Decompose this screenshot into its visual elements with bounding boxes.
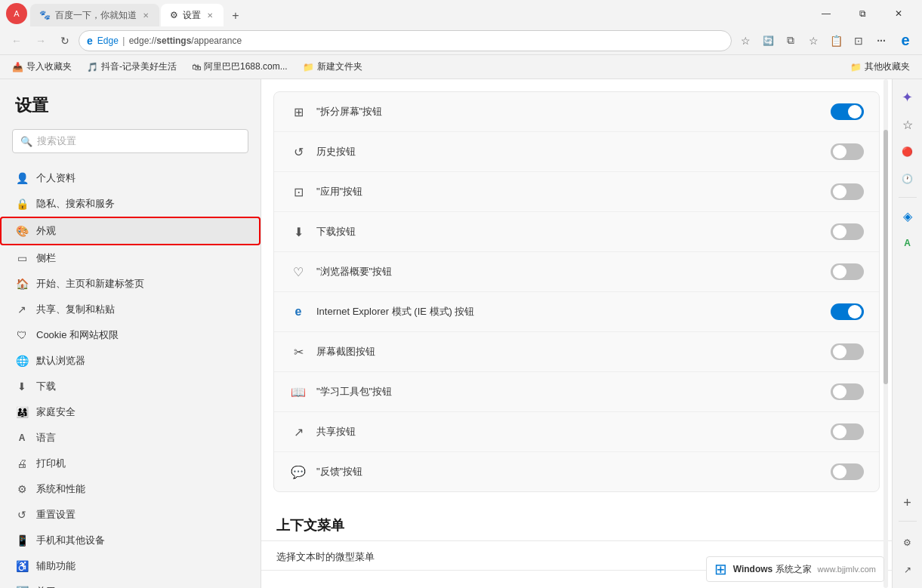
baidu-favicon: 🐾 <box>39 10 51 20</box>
tab-baidu-close[interactable]: ✕ <box>141 10 150 21</box>
back-button[interactable]: ← <box>6 30 27 51</box>
address-brand: Edge <box>97 35 119 46</box>
bookmark-alibaba[interactable]: 🛍 阿里巴巴1688.com... <box>186 59 294 75</box>
translate-sidebar-icon[interactable]: A <box>896 231 920 255</box>
sidebar-external-icon[interactable]: ↗ <box>896 558 920 582</box>
setting-learning: 📖 "学习工具包"按钮 <box>274 372 879 412</box>
download-toggle[interactable] <box>831 223 864 240</box>
scrollbar-track[interactable] <box>883 79 889 588</box>
bookmark-newfolder[interactable]: 📁 新建文件夹 <box>297 59 368 75</box>
minimize-button[interactable]: — <box>809 0 843 26</box>
nav-reset[interactable]: ↺ 重置设置 <box>0 502 261 528</box>
start-nav-icon: 🏠 <box>15 277 29 291</box>
windows-watermark: ⊞ Windows 系统之家 www.bjjmlv.com <box>706 556 884 582</box>
right-sidebar: ✦ ☆ 🔴 🕐 ◈ A + ⚙ ↗ <box>892 79 922 588</box>
learning-toggle[interactable] <box>831 383 864 400</box>
close-button[interactable]: ✕ <box>881 0 916 26</box>
profile-sync-icon[interactable]: 🔄 <box>757 30 779 51</box>
bookmark-newfolder-label: 新建文件夹 <box>317 60 362 73</box>
nav-privacy[interactable]: 🔒 隐私、搜索和服务 <box>0 191 261 217</box>
window-controls: — ⧉ ✕ <box>809 0 916 26</box>
ie-mode-icon: e <box>289 303 307 321</box>
setting-collections: ♡ "浏览器概要"按钮 <box>274 252 879 292</box>
history-sidebar-icon[interactable]: 🕐 <box>896 167 920 191</box>
main-layout: 设置 🔍 搜索设置 👤 个人资料 🔒 隐私、搜索和服务 🎨 外观 ▭ 侧栏 🏠 … <box>0 79 922 588</box>
collections-sidebar-icon[interactable]: 🔴 <box>896 140 920 164</box>
bookmark-icon[interactable]: ☆ <box>803 30 824 51</box>
context-menu-title: 上下文菜单 <box>261 504 892 540</box>
nav-about[interactable]: 🔄 关于 Microsoft Edge <box>0 579 261 588</box>
favorites-star-icon[interactable]: ☆ <box>735 30 756 51</box>
ie-mode-toggle[interactable] <box>831 303 864 320</box>
nav-mobile[interactable]: 📱 手机和其他设备 <box>0 528 261 553</box>
feedback-label: "反馈"按钮 <box>316 465 822 479</box>
setting-feedback: 💬 "反馈"按钮 <box>274 452 879 491</box>
tab-settings-close[interactable]: ✕ <box>205 10 214 21</box>
address-bar[interactable]: e Edge | edge://settings/appearance <box>79 30 732 51</box>
settings-title: 设置 <box>0 94 261 129</box>
toolbar-buttons-section: ⊞ "拆分屏幕"按钮 ↺ 历史按钮 ⊡ "应用"按钮 <box>273 91 880 492</box>
reset-nav-icon: ↺ <box>15 508 29 522</box>
address-separator: | <box>122 35 127 46</box>
screenshot-icon: ✂ <box>289 343 307 361</box>
outlook-sidebar-icon[interactable]: ◈ <box>896 204 920 228</box>
sidebar-settings-icon[interactable]: ⚙ <box>896 531 920 555</box>
feedback-toggle[interactable] <box>831 463 864 480</box>
tab-actions-icon[interactable]: ⧉ <box>780 30 801 51</box>
apps-toggle[interactable] <box>831 183 864 200</box>
bookmark-douyin[interactable]: 🎵 抖音-记录美好生活 <box>81 59 183 75</box>
profile-button[interactable]: A <box>6 3 27 24</box>
nav-print[interactable]: 🖨 打印机 <box>0 451 261 476</box>
nav-start-label: 开始、主页和新建标签页 <box>36 277 144 291</box>
nav-sidebar[interactable]: ▭ 侧栏 <box>0 245 261 271</box>
learning-icon: 📖 <box>289 383 307 401</box>
settings-search[interactable]: 🔍 搜索设置 <box>12 129 248 153</box>
cookie-nav-icon: 🛡 <box>15 328 29 342</box>
split-screen-toggle[interactable] <box>831 103 864 120</box>
print-nav-icon: 🖨 <box>15 457 29 470</box>
collections-toggle[interactable] <box>831 263 864 280</box>
address-protocol: edge:// <box>129 35 157 46</box>
copilot-sidebar-icon[interactable]: ✦ <box>896 85 920 109</box>
nav-accessibility[interactable]: ♿ 辅助功能 <box>0 553 261 579</box>
nav-profile[interactable]: 👤 个人资料 <box>0 165 261 191</box>
nav-family[interactable]: 👨‍👩‍👧 家庭安全 <box>0 399 261 425</box>
history-toggle[interactable] <box>831 143 864 160</box>
share-nav-icon: ↗ <box>15 303 29 316</box>
nav-browser-label: 默认浏览器 <box>36 354 85 368</box>
nav-system[interactable]: ⚙ 系统和性能 <box>0 476 261 502</box>
add-sidebar-tool-button[interactable]: + <box>896 491 920 515</box>
share-label: 共享按钮 <box>316 425 822 439</box>
split-screen-icon: ⊞ <box>289 103 307 121</box>
tab-baidu[interactable]: 🐾 百度一下，你就知道 ✕ <box>30 4 159 26</box>
bookmark-import[interactable]: 📥 导入收藏夹 <box>6 59 78 75</box>
nav-download[interactable]: ⬇ 下载 <box>0 374 261 399</box>
address-subpath: /appearance <box>191 35 242 46</box>
nav-appearance[interactable]: 🎨 外观 <box>0 217 261 245</box>
clipboard-icon[interactable]: 📋 <box>825 30 846 51</box>
nav-start[interactable]: 🏠 开始、主页和新建标签页 <box>0 271 261 297</box>
forward-button[interactable]: → <box>30 30 51 51</box>
nav-cookie[interactable]: 🛡 Cookie 和网站权限 <box>0 322 261 348</box>
scrollbar-thumb[interactable] <box>883 130 888 384</box>
browser-icon[interactable]: ⊡ <box>848 30 869 51</box>
setting-apps: ⊡ "应用"按钮 <box>274 172 879 212</box>
tab-settings[interactable]: ⚙ 设置 ✕ <box>161 4 224 26</box>
share-toggle[interactable] <box>831 423 864 440</box>
screenshot-toggle[interactable] <box>831 343 864 360</box>
favorites-sidebar-icon[interactable]: ☆ <box>896 112 920 137</box>
add-tab-button[interactable]: + <box>225 5 246 26</box>
alibaba-icon: 🛍 <box>192 62 201 72</box>
collections-icon: ♡ <box>289 263 307 281</box>
nav-language[interactable]: A 语言 <box>0 425 261 451</box>
nav-appearance-label: 外观 <box>36 224 56 238</box>
restore-button[interactable]: ⧉ <box>845 0 880 26</box>
more-button[interactable]: ··· <box>871 30 892 51</box>
address-text: Edge | edge://settings/appearance <box>97 35 242 46</box>
bookmark-alibaba-label: 阿里巴巴1688.com... <box>204 60 288 73</box>
nav-share[interactable]: ↗ 共享、复制和粘贴 <box>0 297 261 322</box>
other-bookmarks[interactable]: 📁 其他收藏夹 <box>844 59 916 75</box>
edge-address-icon: e <box>87 35 93 47</box>
nav-browser[interactable]: 🌐 默认浏览器 <box>0 348 261 374</box>
refresh-button[interactable]: ↻ <box>54 30 76 51</box>
